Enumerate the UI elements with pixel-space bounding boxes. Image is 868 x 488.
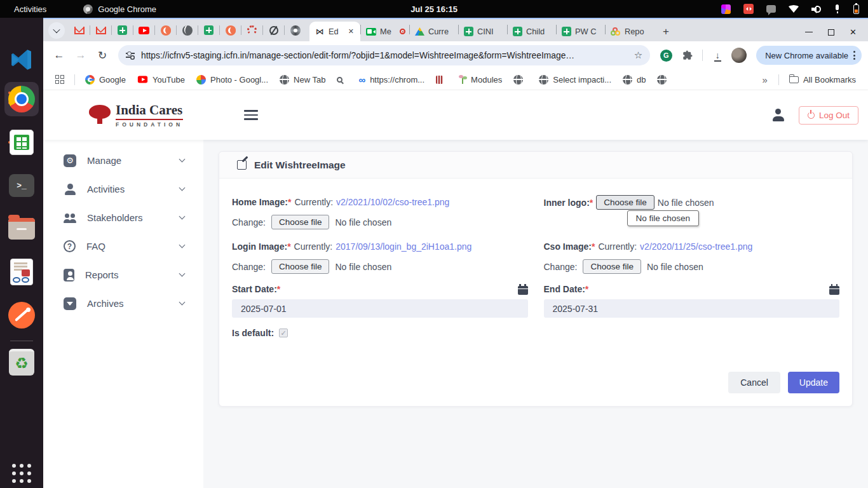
bookmark-search[interactable] xyxy=(332,74,351,85)
cancel-button[interactable]: Cancel xyxy=(728,372,780,393)
end-date-input[interactable] xyxy=(544,299,840,318)
bookmark-select-impact[interactable]: Select impacti... xyxy=(534,72,616,87)
cso-image-current-link[interactable]: v2/2020/11/25/cso-tree1.png xyxy=(640,240,752,254)
sidebar-item-stakeholders[interactable]: Stakeholders xyxy=(43,203,203,232)
dock-item-chrome[interactable] xyxy=(6,84,37,114)
sidebar-item-manage[interactable]: ⚙ Manage xyxy=(43,146,203,175)
system-tray[interactable] xyxy=(721,4,868,14)
tab-meet[interactable]: Me xyxy=(361,22,409,41)
chat-tray-icon[interactable] xyxy=(766,5,776,13)
apps-shortcut[interactable] xyxy=(51,72,69,86)
profile-button[interactable] xyxy=(729,46,749,65)
dock-item-files[interactable] xyxy=(6,214,37,244)
tab-sheet-child[interactable]: Child xyxy=(508,22,556,41)
bookmark-youtube[interactable]: YouTube xyxy=(133,72,189,87)
pinned-tab-youtube[interactable] xyxy=(133,22,154,39)
dock-item-vscode[interactable] xyxy=(6,44,37,75)
bookmark-ornament[interactable] xyxy=(431,73,452,86)
new-tab-button[interactable]: + xyxy=(658,25,674,38)
wifi-icon[interactable] xyxy=(789,5,799,13)
pinned-tab-null[interactable] xyxy=(263,22,284,39)
bookmark-db[interactable]: db xyxy=(618,72,650,87)
pinned-tab-openai[interactable] xyxy=(285,22,306,39)
bookmark-chrome-link[interactable]: ∞ https://chrom... xyxy=(354,72,429,87)
all-bookmarks-button[interactable]: All Bookmarks xyxy=(785,72,860,87)
downloads-button[interactable]: ↓ xyxy=(708,46,727,65)
login-image-choose-file-button[interactable]: Choose file xyxy=(271,259,330,274)
dock-item-postman[interactable] xyxy=(6,300,37,330)
tab-search-button[interactable] xyxy=(48,22,65,39)
url-text[interactable]: https://icfnv5-staging.icfn.in/manage-se… xyxy=(141,51,628,60)
home-image-choose-file-button[interactable]: Choose file xyxy=(271,215,330,229)
sidebar-item-archives[interactable]: Archives xyxy=(43,289,203,318)
pinned-tab-claude[interactable] xyxy=(220,22,241,39)
sidebar-item-faq[interactable]: ? FAQ xyxy=(43,232,203,261)
focused-app-indicator[interactable]: Google Chrome xyxy=(83,4,156,14)
bookmark-modules[interactable]: Modules xyxy=(454,72,506,87)
bookmark-google[interactable]: Google xyxy=(81,72,130,87)
clock[interactable]: Jul 25 16:15 xyxy=(410,4,458,14)
tab-sheet-cini[interactable]: CINI xyxy=(459,22,507,41)
cso-image-choose-file-button[interactable]: Choose file xyxy=(583,259,641,274)
calendar-icon[interactable] xyxy=(829,286,839,295)
extensions-button[interactable] xyxy=(678,46,697,65)
bookmark-photos[interactable]: Photo - Googl... xyxy=(192,72,273,87)
toolbox-tray-icon[interactable] xyxy=(721,4,731,14)
logout-button[interactable]: Log Out xyxy=(799,106,858,125)
user-profile-icon[interactable] xyxy=(772,109,785,121)
change-label: Change: xyxy=(232,262,266,272)
pinned-tab-sheets[interactable] xyxy=(198,22,219,39)
home-image-current-link[interactable]: v2/2021/10/02/cso-tree1.png xyxy=(336,195,449,209)
pinned-tab-sheets[interactable] xyxy=(112,22,133,39)
pinned-tab-gmail[interactable] xyxy=(90,22,111,39)
pinned-tab-gmail[interactable] xyxy=(69,22,90,39)
sidebar-toggle-button[interactable] xyxy=(244,110,258,120)
is-default-checkbox[interactable]: ✓ xyxy=(279,329,288,337)
inner-logo-choose-file-button[interactable]: Choose file xyxy=(596,195,654,210)
pinned-tab-arc[interactable] xyxy=(241,22,262,39)
dock-item-document-viewer[interactable] xyxy=(6,257,37,287)
chrome-update-button[interactable]: New Chrome available xyxy=(756,46,862,65)
vscode-icon xyxy=(9,47,34,72)
restore-button[interactable] xyxy=(828,29,834,36)
brand-logo[interactable]: India Cares Foundation xyxy=(89,102,183,127)
sidebar-item-reports[interactable]: Reports xyxy=(43,261,203,289)
site-settings-icon[interactable] xyxy=(126,51,135,59)
tab-repo[interactable]: Repo xyxy=(606,22,654,41)
address-bar[interactable]: https://icfnv5-staging.icfn.in/manage-se… xyxy=(118,45,650,65)
tab-drive[interactable]: Curre xyxy=(410,22,458,41)
start-date-input[interactable] xyxy=(232,299,528,318)
update-button[interactable]: Update xyxy=(788,372,839,393)
grammarly-extension-button[interactable]: G xyxy=(656,46,675,65)
dock-divider xyxy=(10,341,33,341)
show-applications-button[interactable] xyxy=(12,464,31,483)
close-window-button[interactable]: ✕ xyxy=(850,28,857,36)
active-tab[interactable]: ⋈ Ed ✕ xyxy=(309,22,360,41)
bookmark-globe[interactable] xyxy=(653,72,675,87)
bookmark-globe[interactable] xyxy=(509,72,532,87)
calendar-icon[interactable] xyxy=(518,286,528,295)
sidebar-item-activities[interactable]: Activities xyxy=(43,175,203,203)
pinned-tab-globe[interactable] xyxy=(177,22,198,39)
login-image-current-link[interactable]: 2017/09/13/login_bg_2iH1oa1.png xyxy=(336,240,471,254)
volume-icon[interactable] xyxy=(811,5,822,13)
dock-item-terminal[interactable]: >_ xyxy=(6,170,37,201)
pinned-tab-claude[interactable] xyxy=(155,22,176,39)
bookmarks-overflow-button[interactable]: » xyxy=(757,74,773,85)
bookmark-star-icon[interactable]: ☆ xyxy=(634,50,642,61)
screen-share-tray-icon[interactable] xyxy=(743,4,754,14)
dock-item-trash[interactable]: ♻ xyxy=(6,347,37,377)
forward-button[interactable]: → xyxy=(71,46,90,65)
battery-icon[interactable] xyxy=(853,4,859,14)
minimize-button[interactable] xyxy=(805,32,813,33)
tab-sheet-pw[interactable]: PW C xyxy=(557,22,605,41)
microphone-icon[interactable] xyxy=(834,4,841,13)
activities-button[interactable]: Activities xyxy=(11,3,49,15)
back-button[interactable]: ← xyxy=(50,46,69,65)
close-tab-icon[interactable]: ✕ xyxy=(347,27,355,36)
reload-button[interactable]: ↻ xyxy=(93,46,112,65)
bookmark-new-tab[interactable]: New Tab xyxy=(275,72,330,87)
browser-menu-icon[interactable] xyxy=(853,51,855,60)
dock-item-libreoffice-calc[interactable] xyxy=(6,127,37,158)
google-icon xyxy=(85,75,95,85)
